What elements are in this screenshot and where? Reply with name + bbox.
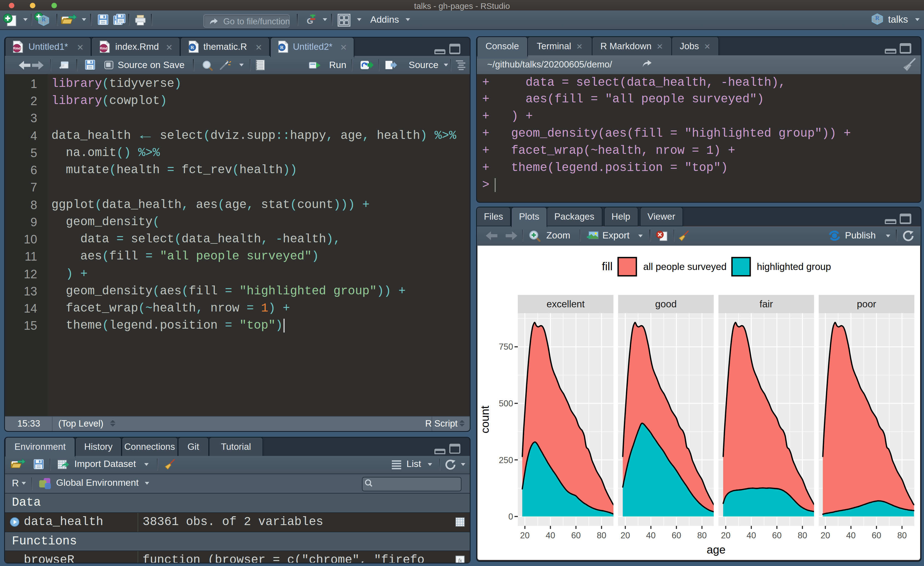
svg-text:80: 80 <box>697 530 706 540</box>
svg-text:250: 250 <box>498 455 513 465</box>
svg-text:40: 40 <box>546 530 555 540</box>
svg-text:750: 750 <box>498 342 513 351</box>
svg-text:40: 40 <box>646 530 655 540</box>
svg-text:fill: fill <box>602 260 612 272</box>
svg-text:R: R <box>280 45 284 50</box>
svg-text:R: R <box>42 16 46 23</box>
svg-text:80: 80 <box>798 530 807 540</box>
svg-text:count: count <box>478 405 491 433</box>
svg-text:80: 80 <box>897 530 906 540</box>
svg-text:40: 40 <box>746 530 756 540</box>
svg-text:poor: poor <box>856 298 876 309</box>
svg-text:fair: fair <box>759 298 773 309</box>
svg-text:excellent: excellent <box>546 298 584 309</box>
svg-text:Rmd: Rmd <box>99 46 107 50</box>
svg-text:age: age <box>706 543 725 556</box>
svg-text:20: 20 <box>620 530 630 540</box>
svg-text:R: R <box>875 15 879 21</box>
svg-text:60: 60 <box>672 530 681 540</box>
svg-text:R: R <box>190 45 194 50</box>
svg-text:60: 60 <box>772 530 781 540</box>
svg-text:500: 500 <box>498 398 513 408</box>
svg-text:20: 20 <box>520 530 529 540</box>
svg-text:20: 20 <box>820 530 830 540</box>
svg-text:60: 60 <box>872 530 881 540</box>
svg-text:80: 80 <box>597 530 606 540</box>
svg-text:40: 40 <box>846 530 855 540</box>
svg-text:Rmd: Rmd <box>13 46 21 50</box>
svg-text:0: 0 <box>508 512 513 521</box>
svg-text:60: 60 <box>571 530 580 540</box>
svg-text:fx: fx <box>458 558 462 562</box>
svg-text:all people surveyed: all people surveyed <box>643 261 726 272</box>
svg-text:20: 20 <box>721 530 730 540</box>
svg-text:good: good <box>655 298 676 309</box>
svg-text:highlighted group: highlighted group <box>756 261 831 272</box>
